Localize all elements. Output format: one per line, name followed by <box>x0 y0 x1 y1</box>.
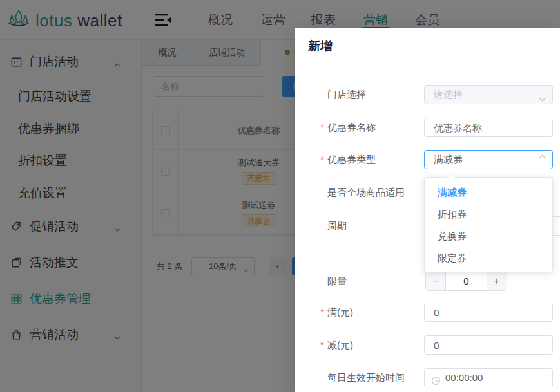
dropdown-option-limited[interactable]: 限定券 <box>425 247 552 269</box>
daily-start-time-picker[interactable]: 00:00:00 <box>424 368 553 387</box>
scope-label: 是否全场商品适用 <box>327 183 424 202</box>
stepper-decrease-button[interactable]: − <box>426 272 446 290</box>
coupon-type-select[interactable]: 满减券 <box>424 150 553 169</box>
limit-label: 限量 <box>327 272 424 291</box>
min-amount-label: *满(元) <box>327 303 424 322</box>
min-amount-input[interactable] <box>424 303 553 322</box>
store-select[interactable]: 请选择 <box>424 85 553 104</box>
off-amount-label: *减(元) <box>327 335 424 355</box>
cycle-label: 周期 <box>327 216 424 236</box>
coupon-type-label: *优惠券类型 <box>327 150 424 169</box>
dropdown-option-discount[interactable]: 折扣券 <box>425 203 552 225</box>
store-select-label: 门店选择 <box>327 85 424 104</box>
chevron-down-icon <box>538 91 546 100</box>
coupon-name-input[interactable] <box>424 118 553 137</box>
daily-start-time-label: 每日生效开始时间 <box>327 368 424 387</box>
off-amount-input[interactable] <box>424 335 553 355</box>
dropdown-option-full-reduction[interactable]: 满减券 <box>425 182 552 203</box>
stepper-value[interactable]: 0 <box>446 272 487 290</box>
chevron-up-icon <box>538 156 546 165</box>
add-coupon-dialog: 新增 门店选择 请选择 *优惠券名称 *优惠券类型 满减券 是否全场商品适用 周… <box>295 28 560 392</box>
dialog-title: 新增 <box>308 38 333 55</box>
coupon-type-dropdown: 满减券 折扣券 兑换券 限定券 <box>424 177 553 272</box>
limit-stepper: − 0 + <box>425 272 507 291</box>
dropdown-option-exchange[interactable]: 兑换券 <box>425 225 552 247</box>
coupon-name-label: *优惠券名称 <box>327 118 424 137</box>
clock-icon <box>431 373 441 383</box>
stepper-increase-button[interactable]: + <box>487 272 507 290</box>
